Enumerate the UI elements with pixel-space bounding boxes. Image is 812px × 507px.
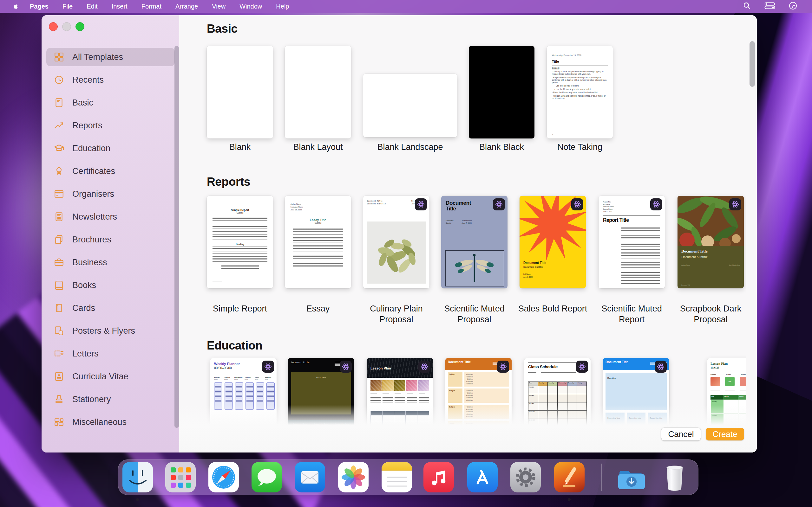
clock-icon[interactable] — [789, 1, 798, 12]
sidebar-item-label: Brochures — [72, 235, 111, 245]
sidebar-item-label: Letters — [72, 349, 99, 359]
template-card-sales-bold-report[interactable]: Document TitleDocument SubtitleFull Name… — [519, 196, 586, 288]
dock-icon-launchpad[interactable] — [165, 462, 196, 493]
organiser-icon — [54, 188, 64, 199]
sidebar-item-posters-flyers[interactable]: Posters & Flyers — [42, 320, 179, 342]
menu-arrange[interactable]: Arrange — [175, 3, 198, 10]
template-card-essay[interactable]: Author NameInstructor NameJune 06, 2023E… — [285, 196, 351, 288]
sidebar-item-label: Reports — [72, 121, 102, 130]
poster-icon — [54, 326, 64, 336]
menu-view[interactable]: View — [212, 3, 225, 10]
template-card-culinary-plain-proposal[interactable]: Document TitleDocument SubtitleFull Name… — [363, 196, 429, 288]
sidebar-item-label: Organisers — [72, 189, 114, 199]
gallery-scrollbar[interactable] — [750, 41, 755, 87]
zoom-button[interactable] — [75, 22, 84, 31]
sidebar-item-brochures[interactable]: Brochures — [42, 228, 179, 251]
sidebar: All Templates Recents Basic Reports Educ… — [42, 15, 180, 452]
template-card-simple-report[interactable]: Simple ReportSubtitleHeading — [207, 196, 273, 288]
dock-icon-music[interactable] — [423, 462, 454, 493]
menu-insert[interactable]: Insert — [112, 3, 128, 10]
sidebar-item-label: Recents — [72, 75, 104, 85]
apple-menu[interactable] — [12, 3, 19, 10]
menu-help[interactable]: Help — [276, 3, 289, 10]
sidebar-item-label: Education — [72, 144, 110, 153]
grid-icon — [54, 52, 64, 62]
running-indicator — [568, 498, 571, 501]
search-icon[interactable] — [743, 2, 751, 11]
dock-icon-trash[interactable] — [659, 462, 690, 493]
sidebar-item-newsletters[interactable]: Newsletters — [42, 205, 179, 228]
menu-edit[interactable]: Edit — [87, 3, 97, 10]
template-card-blank-landscape[interactable] — [363, 74, 457, 137]
template-label: Blank Layout — [280, 142, 356, 153]
card-icon — [54, 302, 64, 314]
sidebar-item-organisers[interactable]: Organisers — [42, 182, 179, 205]
sidebar-item-label: Curricula Vitae — [72, 372, 129, 382]
sparkle-badge-icon — [650, 199, 662, 210]
dock-icon-notes[interactable] — [382, 462, 412, 493]
template-card-note-taking[interactable]: Wednesday, December 19, 2018TitleSubject… — [547, 46, 613, 138]
book-icon — [54, 280, 64, 291]
cv-icon — [54, 371, 64, 382]
menu-file[interactable]: File — [62, 3, 72, 10]
briefcase-icon — [54, 257, 64, 268]
sidebar-item-label: Newsletters — [72, 212, 117, 222]
template-label: Simple Report — [202, 303, 278, 314]
sidebar-item-label: Stationery — [72, 395, 111, 404]
template-card-scrapbook-dark-proposal[interactable]: Document TitleDocument SubtitleAuthor Na… — [677, 196, 744, 288]
create-button[interactable]: Create — [706, 428, 744, 441]
sidebar-item-reports[interactable]: Reports — [42, 114, 179, 137]
sidebar-item-miscellaneous[interactable]: Miscellaneous — [42, 411, 179, 434]
sparkle-badge-icon — [571, 199, 583, 210]
template-card-scientific-muted-report[interactable]: Report TitleFull NameInstructor NameCour… — [599, 196, 665, 288]
template-card-blank-layout[interactable] — [285, 46, 351, 138]
sidebar-item-label: Miscellaneous — [72, 417, 126, 427]
sparkle-badge-icon — [493, 199, 505, 210]
sidebar-scrollbar[interactable] — [174, 46, 179, 428]
control-center-icon[interactable] — [764, 2, 775, 11]
sidebar-item-letters[interactable]: Letters — [42, 342, 179, 365]
dock-icon-safari[interactable] — [208, 462, 239, 493]
dock-icon-system-settings[interactable] — [510, 462, 541, 493]
sparkle-badge-icon — [415, 199, 427, 210]
sidebar-item-label: Certificates — [72, 166, 115, 176]
sidebar-item-recents[interactable]: Recents — [42, 68, 179, 91]
template-label: Note Taking — [542, 142, 618, 153]
sidebar-item-all-templates[interactable]: All Templates — [42, 46, 179, 68]
dock-icon-app-store[interactable] — [467, 462, 498, 493]
dock-icon-messages[interactable] — [252, 462, 282, 493]
trend-icon — [54, 120, 64, 131]
sidebar-item-certificates[interactable]: Certificates — [42, 160, 179, 182]
menu-window[interactable]: Window — [240, 3, 262, 10]
clock-icon — [54, 74, 64, 85]
close-button[interactable] — [49, 22, 58, 31]
sidebar-item-books[interactable]: Books — [42, 274, 179, 297]
dock-icon-finder[interactable] — [122, 462, 153, 493]
sparkle-badge-icon — [729, 199, 741, 210]
gradcap-icon — [54, 143, 64, 154]
sidebar-item-stationery[interactable]: Stationery — [42, 388, 179, 411]
sidebar-item-basic[interactable]: Basic — [42, 91, 179, 114]
template-card-scientific-muted-proposal[interactable]: Document TitleDocumentSubtitleAuthor Nam… — [441, 196, 507, 288]
app-menu-pages[interactable]: Pages — [30, 3, 49, 10]
template-card-blank[interactable] — [207, 46, 273, 138]
sidebar-item-business[interactable]: Business — [42, 251, 179, 274]
sidebar-item-cards[interactable]: Cards — [42, 297, 179, 320]
dock-icon-pages[interactable] — [554, 462, 585, 493]
page-icon — [54, 97, 64, 108]
sidebar-item-label: Cards — [72, 303, 95, 313]
sparkle-badge-icon — [576, 360, 588, 373]
template-card-blank-black[interactable] — [469, 46, 535, 138]
sidebar-item-curricula-vitae[interactable]: Curricula Vitae — [42, 365, 179, 388]
dock-separator — [601, 464, 602, 491]
dock-icon-downloads[interactable] — [616, 462, 647, 493]
minimize-button[interactable] — [62, 22, 71, 31]
dock-icon-mail[interactable] — [295, 462, 325, 493]
sidebar-item-education[interactable]: Education — [42, 137, 179, 160]
menu-format[interactable]: Format — [142, 3, 161, 10]
dock-icon-photos[interactable] — [338, 462, 368, 493]
sparkle-badge-icon — [418, 360, 430, 373]
cancel-button[interactable]: Cancel — [661, 428, 701, 441]
sidebar-item-label: Business — [72, 258, 107, 268]
stamp-icon — [54, 394, 64, 405]
